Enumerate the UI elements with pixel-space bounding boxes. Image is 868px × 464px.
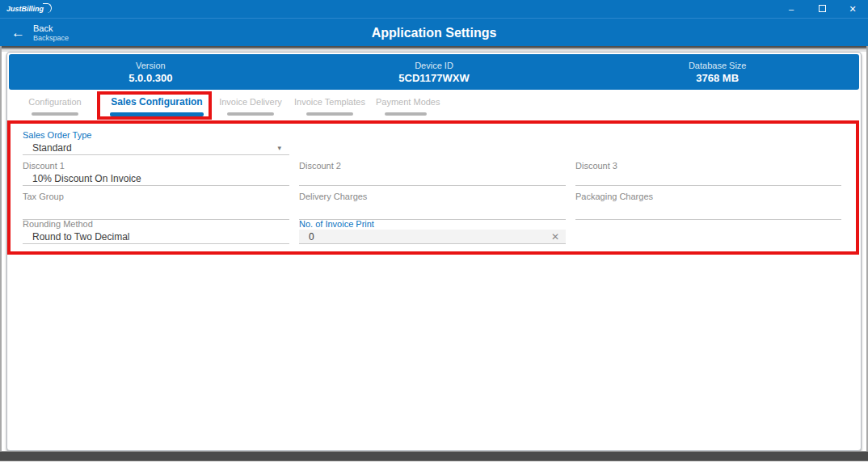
info-bar: Version 5.0.0.300 Device ID 5CD1177WXW D… [9,54,859,90]
tab-sales-configuration[interactable]: Sales Configuration [104,96,209,119]
rounding-method-field: Rounding Method [23,218,289,244]
no-of-invoice-print-field: No. of Invoice Print ✕ [299,218,566,244]
window-controls: – ✕ [786,0,868,18]
tab-payment-modes-underline [385,112,427,116]
discount-2-label: Discount 2 [299,160,566,171]
minimize-icon[interactable]: – [786,0,797,18]
chevron-down-icon: ▾ [277,144,289,152]
database-size-label: Database Size [575,60,859,71]
version-info: Version 5.0.0.300 [9,60,293,85]
maximize-box [819,5,826,12]
discount-3-input[interactable] [575,172,841,185]
discount-1-input[interactable] [23,172,289,185]
tab-invoice-delivery[interactable]: Invoice Delivery [219,96,282,119]
window-bottom-bar [0,451,868,462]
sales-order-type-label: Sales Order Type [23,129,289,141]
database-size-info: Database Size 3768 MB [575,60,859,85]
discount-3-label: Discount 3 [575,160,841,171]
tab-invoice-delivery-underline [227,112,274,116]
no-of-invoice-print-label: No. of Invoice Print [299,218,566,230]
app-window: JustBilling – ✕ ← Back Backspace Applica… [0,0,868,464]
sales-order-type-dropdown[interactable]: Standard ▾ [23,141,289,155]
tab-configuration[interactable]: Configuration [19,96,91,119]
maximize-icon[interactable] [816,0,828,18]
delivery-charges-label: Delivery Charges [299,191,566,202]
tab-invoice-templates-underline [306,112,353,116]
tab-invoice-templates-label: Invoice Templates [293,96,366,108]
tab-sales-configuration-underline [110,112,204,116]
rounding-method-input[interactable] [23,230,289,243]
nav-header: ← Back Backspace Application Settings [0,18,868,46]
discount-1-field: Discount 1 [23,160,289,186]
delivery-charges-field: Delivery Charges [299,191,566,220]
tax-group-label: Tax Group [23,191,289,202]
tab-invoice-delivery-label: Invoice Delivery [219,96,282,108]
packaging-charges-field: Packaging Charges [575,191,841,220]
discount-2-field: Discount 2 [299,160,566,186]
tax-group-field: Tax Group [23,191,289,220]
sales-order-type-value: Standard [23,142,277,154]
discount-2-input[interactable] [299,172,566,185]
discount-3-field: Discount 3 [575,160,841,186]
tab-payment-modes-label: Payment Modes [376,96,436,108]
header-shadow [0,46,868,52]
discount-1-label: Discount 1 [23,160,289,171]
titlebar: JustBilling – ✕ [0,0,868,18]
page-title: Application Settings [0,19,868,47]
window-left-border [0,46,2,452]
device-id-label: Device ID [293,60,576,71]
packaging-charges-input[interactable] [575,208,841,221]
tab-sales-configuration-label: Sales Configuration [104,96,209,108]
tab-configuration-underline [32,112,78,116]
version-label: Version [9,60,293,71]
device-id-value: 5CD1177WXW [293,71,576,85]
close-icon[interactable]: ✕ [847,0,858,18]
tab-payment-modes[interactable]: Payment Modes [376,96,436,119]
justbilling-logo: JustBilling [6,5,52,13]
tab-invoice-templates[interactable]: Invoice Templates [293,96,366,119]
device-id-info: Device ID 5CD1177WXW [293,60,576,85]
version-value: 5.0.0.300 [9,71,293,85]
rounding-method-label: Rounding Method [23,218,289,230]
database-size-value: 3768 MB [575,71,859,85]
sales-order-type-field: Sales Order Type Standard ▾ [23,129,289,155]
packaging-charges-label: Packaging Charges [575,191,841,202]
no-of-invoice-print-input[interactable] [299,230,551,243]
content-panel: Version 5.0.0.300 Device ID 5CD1177WXW D… [6,52,862,451]
tab-configuration-label: Configuration [19,96,91,108]
clear-input-icon[interactable]: ✕ [551,231,566,243]
